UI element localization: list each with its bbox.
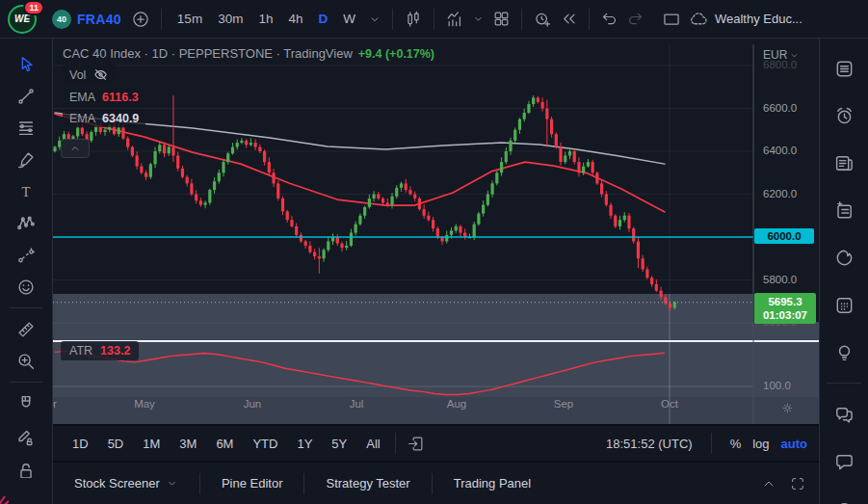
gear-icon[interactable] <box>780 401 795 415</box>
watchlist-icon[interactable] <box>826 50 862 87</box>
timeframe-30m[interactable]: 30m <box>211 8 250 30</box>
tab-strategy-tester[interactable]: Strategy Tester <box>304 463 431 504</box>
time-tick-jul: Jul <box>350 398 364 410</box>
timeframe-1h[interactable]: 1h <box>251 8 279 30</box>
drawing-pencil-lock-icon[interactable] <box>9 419 43 451</box>
svg-text:T: T <box>22 183 31 199</box>
log-scale-button[interactable]: log <box>752 437 769 451</box>
range-1d[interactable]: 1D <box>65 433 96 455</box>
price-tick: 6200.0 <box>763 188 797 199</box>
toolbar-divider <box>589 9 590 30</box>
ema-label: EMA <box>65 112 95 125</box>
level-price-label: 6000.0 <box>754 228 814 244</box>
text-icon[interactable]: T <box>9 175 43 207</box>
atr-legend[interactable]: ATR 133.2 <box>61 341 139 360</box>
layout-name[interactable]: Wealthy Educ... <box>715 12 802 26</box>
timeframe-D[interactable]: D <box>311 8 334 30</box>
magnet-icon[interactable] <box>9 387 43 419</box>
chart-title[interactable]: CAC 40 Index · 1D · PEPPERSTONE · Tradin… <box>63 46 353 61</box>
ruler-icon[interactable] <box>9 313 43 345</box>
layout-grid-icon[interactable] <box>488 6 514 32</box>
timeframe-4h[interactable]: 4h <box>281 8 309 30</box>
ema-label: EMA <box>65 91 95 104</box>
xabcd-pattern-icon[interactable] <box>9 207 43 239</box>
timeframe-chevron-down-icon[interactable] <box>364 9 385 30</box>
range-5d[interactable]: 5D <box>100 433 132 455</box>
data-window-icon[interactable] <box>826 192 862 228</box>
cloud-save-icon[interactable] <box>685 5 713 33</box>
symbol-name: FRA40 <box>77 12 121 27</box>
cursor-icon[interactable] <box>9 48 43 80</box>
toolbar-divider <box>395 433 396 454</box>
brush-icon[interactable] <box>9 144 43 175</box>
legend-collapse-button[interactable] <box>61 139 90 158</box>
eye-off-icon[interactable] <box>92 66 109 83</box>
clock[interactable]: 18:51:52 (UTC) <box>606 437 693 451</box>
notification-badge: 11 <box>23 0 44 15</box>
fib-lines-icon[interactable] <box>9 112 43 144</box>
range-3m[interactable]: 3M <box>171 433 204 455</box>
volume-label: Vol <box>65 68 86 82</box>
symbol-search-button[interactable]: 40 FRA40 <box>52 10 121 29</box>
calendar-icon[interactable] <box>826 286 862 323</box>
indicators-icon[interactable] <box>441 6 468 33</box>
atr-value: 133.2 <box>100 344 130 358</box>
news-icon[interactable] <box>826 145 862 181</box>
right-sidebar <box>819 39 868 504</box>
redo-icon[interactable] <box>622 6 648 32</box>
trend-line-icon[interactable] <box>9 80 43 112</box>
range-6m[interactable]: 6M <box>208 433 241 455</box>
atr-axis-tick: 100.0 <box>763 380 791 391</box>
auto-scale-button[interactable]: auto <box>781 437 807 451</box>
chart-pane[interactable]: CAC 40 Index · 1D · PEPPERSTONE · Tradin… <box>53 39 819 424</box>
undo-icon[interactable] <box>596 6 622 32</box>
candles-style-icon[interactable] <box>400 6 427 33</box>
tab-trading-panel[interactable]: Trading Panel <box>433 463 552 504</box>
time-axis[interactable]: AprMayJunJulAugSepOct <box>53 398 753 417</box>
alerts-icon[interactable] <box>826 97 862 134</box>
sidebar-divider <box>827 383 861 384</box>
tab-pine-editor[interactable]: Pine Editor <box>200 463 304 504</box>
atr-label: ATR <box>69 344 92 358</box>
support-icon[interactable] <box>826 491 862 504</box>
zoom-in-icon[interactable] <box>9 345 43 377</box>
forecast-icon[interactable] <box>9 239 43 271</box>
indicators-chevron-down-icon[interactable] <box>468 9 488 29</box>
private-chat-icon[interactable] <box>826 443 862 480</box>
ema-slow-legend[interactable]: EMA 6340.9 <box>63 110 145 127</box>
percent-scale-button[interactable]: % <box>730 437 742 451</box>
app-logo[interactable]: WE 11 <box>8 5 37 34</box>
symbol-logo: 40 <box>52 10 71 29</box>
public-chats-icon[interactable] <box>826 396 862 433</box>
range-ytd[interactable]: YTD <box>245 433 285 455</box>
emoji-icon[interactable] <box>9 271 43 303</box>
bar-countdown: 01:03:07 <box>754 308 816 322</box>
ema-fast-value: 6116.3 <box>102 91 139 104</box>
rectangle-layout-icon[interactable] <box>658 6 685 33</box>
range-1m[interactable]: 1M <box>135 433 168 455</box>
lock-all-icon[interactable] <box>9 451 43 483</box>
compare-add-icon[interactable] <box>127 6 154 33</box>
panel-fullscreen-icon[interactable] <box>790 476 805 491</box>
go-to-date-icon[interactable] <box>403 431 429 457</box>
price-tick: 5800.0 <box>763 274 797 285</box>
price-axis[interactable]: EUR 6000.0 5695.3 01:03:07 100.0 6800.06… <box>753 44 819 424</box>
tab-stock-screener[interactable]: Stock Screener <box>53 463 199 504</box>
bar-replay-icon[interactable] <box>556 6 582 32</box>
range-5y[interactable]: 5Y <box>324 433 355 455</box>
create-alert-icon[interactable] <box>529 6 556 33</box>
range-1y[interactable]: 1Y <box>289 433 320 455</box>
tradingview-window: WE 11 40 FRA40 15m30m1h4hDW Wealthy Educ… <box>0 0 868 504</box>
price-tick: 6600.0 <box>763 102 797 114</box>
ema-fast-legend[interactable]: EMA 6116.3 <box>63 89 145 106</box>
hotlists-icon[interactable] <box>826 239 862 276</box>
price-change: +9.4 (+0.17%) <box>358 47 434 61</box>
toolbar-divider <box>711 433 712 454</box>
ideas-icon[interactable] <box>826 333 862 370</box>
volume-legend[interactable]: Vol <box>63 65 116 85</box>
range-all[interactable]: All <box>358 433 387 455</box>
panel-expand-icon[interactable] <box>761 476 776 491</box>
timeframe-15m[interactable]: 15m <box>171 8 209 30</box>
toolbar-divider <box>161 9 162 30</box>
timeframe-W[interactable]: W <box>336 8 362 30</box>
